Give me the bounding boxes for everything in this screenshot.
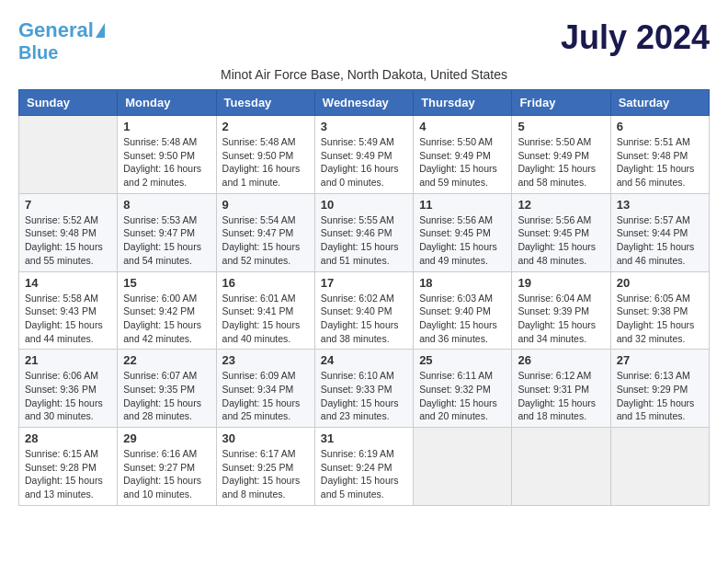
day-number: 9 bbox=[222, 198, 309, 212]
day-number: 27 bbox=[617, 353, 703, 367]
calendar-cell: 4Sunrise: 5:50 AMSunset: 9:49 PMDaylight… bbox=[414, 116, 512, 194]
page-header: General Blue July 2024 bbox=[18, 18, 710, 63]
day-info: Sunrise: 5:53 AMSunset: 9:47 PMDaylight:… bbox=[123, 213, 210, 268]
day-info: Sunrise: 5:56 AMSunset: 9:45 PMDaylight:… bbox=[518, 213, 604, 268]
calendar-subtitle: Minot Air Force Base, North Dakota, Unit… bbox=[18, 67, 710, 82]
day-info: Sunrise: 5:49 AMSunset: 9:49 PMDaylight:… bbox=[321, 135, 407, 190]
day-info: Sunrise: 6:15 AMSunset: 9:28 PMDaylight:… bbox=[25, 447, 111, 501]
day-info: Sunrise: 5:48 AMSunset: 9:50 PMDaylight:… bbox=[123, 135, 210, 190]
calendar-week-row: 21Sunrise: 6:06 AMSunset: 9:36 PMDayligh… bbox=[19, 350, 710, 428]
calendar-week-row: 7Sunrise: 5:52 AMSunset: 9:48 PMDaylight… bbox=[19, 193, 710, 271]
calendar-cell: 16Sunrise: 6:01 AMSunset: 9:41 PMDayligh… bbox=[216, 271, 314, 350]
calendar-cell: 14Sunrise: 5:58 AMSunset: 9:43 PMDayligh… bbox=[19, 271, 118, 350]
day-info: Sunrise: 6:13 AMSunset: 9:29 PMDaylight:… bbox=[617, 369, 703, 423]
day-number: 25 bbox=[419, 353, 506, 367]
day-info: Sunrise: 6:06 AMSunset: 9:36 PMDaylight:… bbox=[25, 369, 111, 423]
calendar-cell: 13Sunrise: 5:57 AMSunset: 9:44 PMDayligh… bbox=[610, 193, 709, 271]
day-number: 3 bbox=[321, 120, 407, 133]
calendar-cell bbox=[610, 428, 709, 506]
month-title: July 2024 bbox=[561, 18, 710, 57]
day-info: Sunrise: 6:17 AMSunset: 9:25 PMDaylight:… bbox=[222, 447, 309, 501]
day-number: 23 bbox=[222, 353, 309, 367]
day-info: Sunrise: 6:09 AMSunset: 9:34 PMDaylight:… bbox=[222, 369, 309, 423]
calendar-cell bbox=[414, 428, 512, 506]
calendar-cell: 15Sunrise: 6:00 AMSunset: 9:42 PMDayligh… bbox=[118, 271, 216, 350]
logo-triangle-icon bbox=[96, 23, 105, 38]
day-info: Sunrise: 5:52 AMSunset: 9:48 PMDaylight:… bbox=[25, 213, 111, 268]
calendar-cell: 23Sunrise: 6:09 AMSunset: 9:34 PMDayligh… bbox=[216, 350, 314, 428]
column-header-sunday: Sunday bbox=[19, 90, 118, 116]
day-number: 4 bbox=[419, 120, 506, 133]
day-info: Sunrise: 5:55 AMSunset: 9:46 PMDaylight:… bbox=[321, 213, 407, 268]
day-info: Sunrise: 6:16 AMSunset: 9:27 PMDaylight:… bbox=[123, 447, 210, 501]
logo-blue: Blue bbox=[18, 42, 58, 63]
day-info: Sunrise: 6:03 AMSunset: 9:40 PMDaylight:… bbox=[419, 292, 506, 346]
logo-text: General bbox=[18, 18, 94, 42]
day-info: Sunrise: 5:58 AMSunset: 9:43 PMDaylight:… bbox=[25, 292, 111, 346]
day-info: Sunrise: 5:50 AMSunset: 9:49 PMDaylight:… bbox=[518, 135, 604, 190]
day-number: 1 bbox=[123, 120, 210, 133]
calendar-week-row: 14Sunrise: 5:58 AMSunset: 9:43 PMDayligh… bbox=[19, 271, 710, 350]
column-header-friday: Friday bbox=[512, 90, 610, 116]
day-number: 6 bbox=[617, 120, 703, 133]
day-number: 7 bbox=[25, 198, 111, 212]
day-info: Sunrise: 6:19 AMSunset: 9:24 PMDaylight:… bbox=[321, 447, 407, 501]
day-number: 16 bbox=[222, 276, 309, 290]
day-number: 15 bbox=[123, 276, 210, 290]
calendar-cell: 6Sunrise: 5:51 AMSunset: 9:48 PMDaylight… bbox=[610, 116, 709, 194]
day-info: Sunrise: 6:11 AMSunset: 9:32 PMDaylight:… bbox=[419, 369, 506, 423]
day-number: 18 bbox=[419, 276, 506, 290]
day-info: Sunrise: 6:00 AMSunset: 9:42 PMDaylight:… bbox=[123, 292, 210, 346]
calendar-cell: 22Sunrise: 6:07 AMSunset: 9:35 PMDayligh… bbox=[118, 350, 216, 428]
calendar-week-row: 28Sunrise: 6:15 AMSunset: 9:28 PMDayligh… bbox=[19, 428, 710, 506]
calendar-cell: 29Sunrise: 6:16 AMSunset: 9:27 PMDayligh… bbox=[118, 428, 216, 506]
calendar-cell: 25Sunrise: 6:11 AMSunset: 9:32 PMDayligh… bbox=[414, 350, 512, 428]
day-number: 29 bbox=[123, 431, 210, 445]
day-info: Sunrise: 6:04 AMSunset: 9:39 PMDaylight:… bbox=[518, 292, 604, 346]
calendar-cell: 12Sunrise: 5:56 AMSunset: 9:45 PMDayligh… bbox=[512, 193, 610, 271]
day-number: 30 bbox=[222, 431, 309, 445]
calendar-cell: 5Sunrise: 5:50 AMSunset: 9:49 PMDaylight… bbox=[512, 116, 610, 194]
calendar-cell: 30Sunrise: 6:17 AMSunset: 9:25 PMDayligh… bbox=[216, 428, 314, 506]
day-number: 28 bbox=[25, 431, 111, 445]
calendar-table: SundayMondayTuesdayWednesdayThursdayFrid… bbox=[18, 89, 710, 506]
calendar-week-row: 1Sunrise: 5:48 AMSunset: 9:50 PMDaylight… bbox=[19, 116, 710, 194]
calendar-cell: 2Sunrise: 5:48 AMSunset: 9:50 PMDaylight… bbox=[216, 116, 314, 194]
day-info: Sunrise: 5:54 AMSunset: 9:47 PMDaylight:… bbox=[222, 213, 309, 268]
day-info: Sunrise: 6:10 AMSunset: 9:33 PMDaylight:… bbox=[321, 369, 407, 423]
calendar-cell: 11Sunrise: 5:56 AMSunset: 9:45 PMDayligh… bbox=[414, 193, 512, 271]
calendar-cell: 31Sunrise: 6:19 AMSunset: 9:24 PMDayligh… bbox=[314, 428, 413, 506]
day-info: Sunrise: 6:07 AMSunset: 9:35 PMDaylight:… bbox=[123, 369, 210, 423]
calendar-cell: 17Sunrise: 6:02 AMSunset: 9:40 PMDayligh… bbox=[314, 271, 413, 350]
day-number: 11 bbox=[419, 198, 506, 212]
day-number: 10 bbox=[321, 198, 407, 212]
day-info: Sunrise: 5:48 AMSunset: 9:50 PMDaylight:… bbox=[222, 135, 309, 190]
calendar-cell: 21Sunrise: 6:06 AMSunset: 9:36 PMDayligh… bbox=[19, 350, 118, 428]
day-number: 26 bbox=[518, 353, 604, 367]
calendar-cell: 8Sunrise: 5:53 AMSunset: 9:47 PMDaylight… bbox=[118, 193, 216, 271]
day-info: Sunrise: 6:01 AMSunset: 9:41 PMDaylight:… bbox=[222, 292, 309, 346]
calendar-cell: 27Sunrise: 6:13 AMSunset: 9:29 PMDayligh… bbox=[610, 350, 709, 428]
column-header-tuesday: Tuesday bbox=[216, 90, 314, 116]
column-header-thursday: Thursday bbox=[414, 90, 512, 116]
calendar-header-row: SundayMondayTuesdayWednesdayThursdayFrid… bbox=[19, 90, 710, 116]
column-header-saturday: Saturday bbox=[610, 90, 709, 116]
day-number: 19 bbox=[518, 276, 604, 290]
day-number: 20 bbox=[617, 276, 703, 290]
day-info: Sunrise: 6:12 AMSunset: 9:31 PMDaylight:… bbox=[518, 369, 604, 423]
day-info: Sunrise: 5:51 AMSunset: 9:48 PMDaylight:… bbox=[617, 135, 703, 190]
column-header-wednesday: Wednesday bbox=[314, 90, 413, 116]
day-number: 14 bbox=[25, 276, 111, 290]
calendar-cell bbox=[512, 428, 610, 506]
calendar-cell: 3Sunrise: 5:49 AMSunset: 9:49 PMDaylight… bbox=[314, 116, 413, 194]
calendar-cell bbox=[19, 116, 118, 194]
calendar-cell: 10Sunrise: 5:55 AMSunset: 9:46 PMDayligh… bbox=[314, 193, 413, 271]
calendar-cell: 24Sunrise: 6:10 AMSunset: 9:33 PMDayligh… bbox=[314, 350, 413, 428]
day-info: Sunrise: 5:57 AMSunset: 9:44 PMDaylight:… bbox=[617, 213, 703, 268]
day-number: 5 bbox=[518, 120, 604, 133]
day-number: 31 bbox=[321, 431, 407, 445]
calendar-cell: 19Sunrise: 6:04 AMSunset: 9:39 PMDayligh… bbox=[512, 271, 610, 350]
logo-general: General bbox=[18, 18, 94, 41]
day-number: 2 bbox=[222, 120, 309, 133]
column-header-monday: Monday bbox=[118, 90, 216, 116]
